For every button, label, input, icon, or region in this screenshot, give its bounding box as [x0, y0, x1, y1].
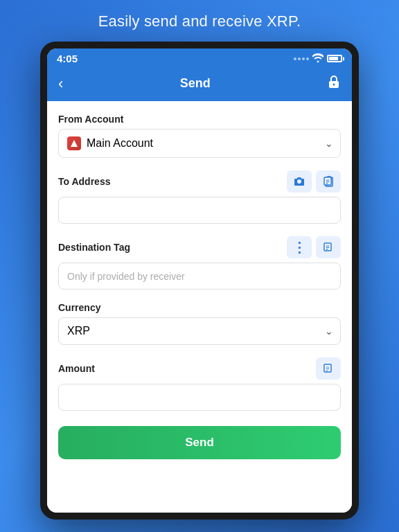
currency-group: Currency XRP ⌄ — [58, 302, 341, 345]
page-headline: Easily send and receive XRP. — [0, 12, 399, 30]
xrp-cube-icon — [67, 136, 81, 150]
destination-tag-label: Destination Tag — [58, 242, 130, 253]
amount-actions — [316, 357, 341, 380]
status-icons — [294, 53, 342, 64]
currency-value: XRP — [59, 318, 340, 344]
from-account-label: From Account — [58, 114, 123, 125]
from-account-text: Main Account — [87, 137, 153, 150]
back-button[interactable]: ‹ — [58, 76, 63, 91]
from-account-group: From Account Main Account ⌄ — [58, 114, 341, 158]
svg-point-1 — [333, 84, 335, 86]
paste-amount-button[interactable] — [316, 357, 341, 380]
amount-label-row: Amount — [58, 357, 341, 380]
lock-icon[interactable] — [327, 74, 341, 93]
from-account-select[interactable]: Main Account ⌄ — [58, 129, 341, 158]
device-screen: 4:05 ‹ Send — [47, 48, 352, 513]
to-address-label-row: To Address — [58, 170, 341, 193]
nav-title: Send — [180, 76, 211, 91]
currency-select[interactable]: XRP ⌄ — [58, 317, 341, 345]
destination-tag-actions: ⋮ — [287, 236, 341, 258]
destination-tag-group: Destination Tag ⋮ — [58, 236, 341, 290]
currency-label: Currency — [58, 302, 100, 313]
to-address-input[interactable] — [58, 197, 341, 224]
amount-input[interactable] — [58, 384, 341, 411]
currency-label-row: Currency — [58, 302, 341, 313]
to-address-label: To Address — [58, 176, 110, 187]
to-address-group: To Address — [58, 170, 341, 224]
status-bar: 4:05 — [47, 48, 352, 67]
destination-tag-input[interactable] — [58, 263, 341, 290]
wifi-icon — [312, 53, 323, 64]
amount-group: Amount — [58, 357, 341, 411]
paste-tag-button[interactable] — [316, 236, 341, 258]
send-button[interactable]: Send — [58, 426, 341, 459]
destination-tag-label-row: Destination Tag ⋮ — [58, 236, 341, 258]
paste-address-button[interactable] — [316, 170, 341, 193]
camera-button[interactable] — [287, 170, 312, 193]
amount-label: Amount — [58, 363, 95, 374]
signal-dots — [294, 57, 309, 60]
status-time: 4:05 — [57, 53, 78, 64]
device-frame: 4:05 ‹ Send — [40, 42, 359, 520]
from-account-value: Main Account — [59, 130, 340, 157]
nav-bar: ‹ Send — [47, 67, 352, 101]
more-options-button[interactable]: ⋮ — [287, 236, 312, 258]
to-address-actions — [287, 170, 341, 193]
currency-text: XRP — [67, 325, 90, 337]
from-account-label-row: From Account — [58, 114, 341, 125]
form-content: From Account Main Account ⌄ To Address — [47, 101, 352, 513]
battery-icon — [327, 55, 342, 62]
